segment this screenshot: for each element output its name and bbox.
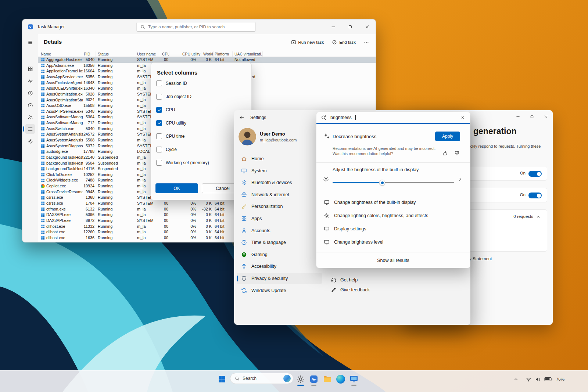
sidebar-item-performance[interactable] [25, 76, 35, 86]
battery-percentage[interactable]: 76% [556, 377, 564, 381]
thumbs-down-button[interactable] [452, 149, 461, 158]
minimize-button[interactable] [325, 19, 342, 34]
chevron-right-icon[interactable] [458, 177, 463, 182]
start-button[interactable] [215, 372, 229, 386]
network-icon[interactable] [526, 377, 531, 382]
sidebar-item-home[interactable]: Home [237, 153, 322, 164]
close-button[interactable] [359, 19, 376, 34]
sidebar-item-privacy-security[interactable]: Privacy & security [237, 273, 322, 284]
sidebar-item-personalization[interactable]: Personalization [237, 201, 322, 212]
task-manager-titlebar[interactable]: Task Manager Type a name, publisher, or … [22, 19, 376, 34]
taskbar-app-edge[interactable] [333, 372, 348, 386]
minimize-button[interactable] [511, 110, 525, 123]
column-option[interactable]: Job object ID [156, 90, 248, 103]
taskbar-app-display[interactable] [347, 372, 361, 386]
search-highlights-icon[interactable] [283, 375, 291, 382]
brush-icon [241, 204, 247, 209]
checkbox[interactable] [156, 80, 162, 86]
give-feedback-link[interactable]: Give feedback [331, 286, 370, 294]
apply-button[interactable]: Apply [435, 132, 460, 141]
column-header-uac[interactable]: UAC virtualizati... [233, 51, 263, 57]
end-task-button[interactable]: End task [329, 38, 359, 46]
thumbs-up-button[interactable] [441, 149, 449, 158]
brightness-slider[interactable] [333, 182, 454, 183]
checkbox[interactable] [156, 160, 162, 166]
tray-expand-chevron-icon[interactable] [513, 377, 519, 382]
sidebar-item-app-history[interactable] [25, 88, 35, 98]
sidebar-item-gaming[interactable]: Gaming [237, 249, 322, 260]
sidebar-item-users[interactable] [25, 112, 35, 122]
process-icon [41, 87, 45, 91]
close-button[interactable] [539, 110, 553, 123]
table-row[interactable]: AggregatorHost.exe5040RunningSYSTEM000%0… [38, 57, 376, 63]
run-new-task-button[interactable]: Run new task [288, 38, 327, 46]
column-header-cpu-utility[interactable]: CPU utility [169, 51, 201, 57]
column-header-working-set[interactable]: Worki... [201, 51, 214, 57]
toggle-switch[interactable] [528, 193, 542, 198]
sidebar-item-system[interactable]: System [237, 165, 322, 176]
chevron-up-icon[interactable] [536, 214, 541, 219]
checkbox[interactable] [156, 94, 162, 100]
column-header-pid[interactable]: PID [83, 51, 96, 57]
sidebar-item-startup-apps[interactable] [25, 100, 35, 110]
checkbox[interactable] [156, 133, 162, 139]
volume-icon[interactable] [535, 377, 541, 382]
thumbs-up-icon [442, 151, 448, 156]
process-icon [41, 104, 45, 108]
sidebar-item-apps[interactable]: Apps [237, 213, 322, 224]
task-manager-search-box[interactable]: Type a name, publisher, or PID to search [136, 22, 256, 32]
app-history-icon [28, 90, 33, 96]
show-all-results-button[interactable]: Show all results [316, 252, 470, 268]
column-header-platform[interactable]: Platform [214, 51, 233, 57]
taskbar-app-settings[interactable] [293, 372, 308, 386]
sidebar-item-label: Gaming [251, 252, 268, 257]
table-header: Name PID Status User name CPU CPU utilit… [38, 51, 376, 57]
toggle-switch[interactable] [528, 171, 542, 177]
column-header-status[interactable]: Status [96, 51, 136, 57]
menu-button[interactable] [25, 37, 35, 47]
maximize-icon [530, 114, 534, 119]
sidebar-item-details[interactable] [25, 124, 35, 134]
sidebar-item-windows-update[interactable]: Windows Update [237, 285, 322, 296]
checkbox[interactable] [156, 107, 162, 113]
privacy-statement-link-fragment[interactable]: y Statement [469, 256, 492, 261]
cell: Running [96, 97, 136, 103]
sidebar-item-bluetooth-devices[interactable]: Bluetooth & devices [237, 177, 322, 188]
cell: AsusSwitch.exe [38, 126, 83, 132]
cell: 0% [169, 212, 201, 218]
settings-search-input[interactable]: brightness [316, 112, 470, 124]
sidebar-item-accessibility[interactable]: Accessibility [237, 261, 322, 272]
sidebar-item-time-language[interactable]: Time & language [237, 237, 322, 248]
cell: Running [96, 212, 136, 218]
column-header-cpu[interactable]: CPU [160, 51, 169, 57]
search-result-item[interactable]: Change lighting colors, brightness, and … [316, 209, 470, 222]
checkbox[interactable] [156, 147, 162, 152]
process-icon [41, 121, 45, 125]
battery-icon[interactable] [544, 377, 552, 381]
cell: SYSTEM [136, 201, 160, 206]
column-option[interactable]: Session ID [156, 77, 248, 90]
checkbox[interactable] [156, 120, 162, 126]
column-header-name[interactable]: Name [38, 51, 83, 57]
column-header-user-name[interactable]: User name [136, 51, 160, 57]
ok-button[interactable]: OK [155, 183, 198, 193]
brightness-slider-thumb[interactable] [379, 180, 385, 186]
clear-search-button[interactable] [458, 113, 467, 122]
search-result-item[interactable]: Change brightness of the built-in displa… [316, 196, 470, 209]
maximize-button[interactable] [342, 19, 359, 34]
taskbar-app-task-manager[interactable] [306, 372, 321, 386]
cell: 6132 [83, 206, 96, 212]
maximize-button[interactable] [525, 110, 539, 123]
search-result-item[interactable]: Display settings [316, 222, 470, 235]
avatar[interactable] [239, 128, 256, 145]
search-result-item[interactable]: Change brightness level [316, 235, 470, 249]
sidebar-item-processes[interactable] [25, 64, 35, 73]
sidebar-item-network-internet[interactable]: Network & internet [237, 189, 322, 200]
taskbar-search[interactable]: Search [230, 373, 293, 384]
get-help-link[interactable]: Get help [331, 276, 358, 284]
more-options-button[interactable] [361, 38, 372, 46]
sidebar-item-services[interactable] [25, 136, 35, 146]
sidebar-item-accounts[interactable]: Accounts [237, 225, 322, 236]
back-button[interactable] [236, 112, 247, 123]
taskbar-app-file-explorer[interactable] [320, 372, 335, 386]
